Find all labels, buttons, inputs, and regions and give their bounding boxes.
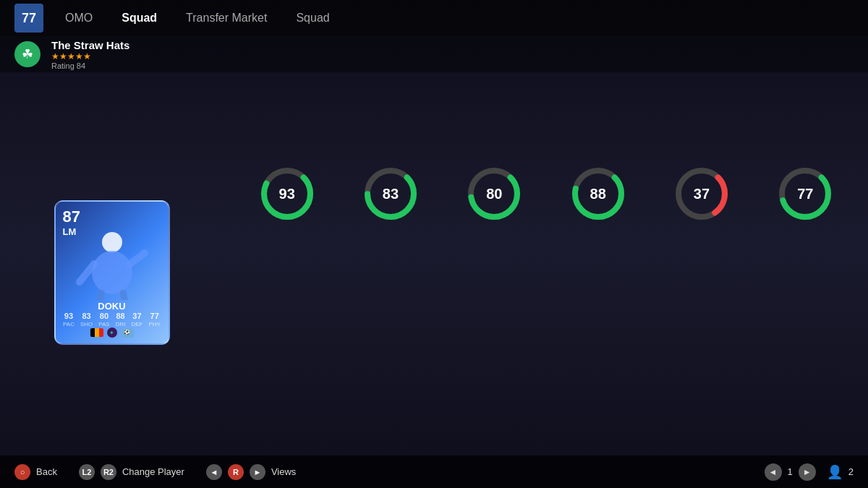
gauge-value-pace: 93 — [279, 186, 295, 202]
card-stat-phy: 77 PHY — [148, 312, 160, 328]
r2-icon: R2 — [101, 464, 116, 480]
card-flags: ✦ ⚽ — [90, 328, 134, 338]
page-next[interactable]: ► — [799, 463, 816, 481]
nav-logo: 77 — [14, 4, 43, 33]
nav-transfer[interactable]: Transfer Market — [186, 12, 267, 25]
player-count: 👤 2 — [827, 464, 854, 480]
svg-line-2 — [80, 264, 94, 282]
card-rating: 87 — [63, 207, 80, 226]
card-stat-pac: 93 PAC — [63, 312, 75, 328]
gauge-value-dribbling: 88 — [590, 186, 606, 202]
back-label: Back — [36, 466, 57, 477]
flag-man-city: ⚽ — [121, 328, 134, 338]
team-info: The Straw Hats ★★★★★ Rating 84 — [51, 39, 854, 70]
left-arrow-icon: ◄ — [206, 464, 222, 480]
person-icon: 👤 — [827, 464, 843, 480]
flag-belgium — [90, 328, 103, 337]
back-button[interactable]: ○ Back — [14, 464, 57, 480]
circle-icon: ○ — [14, 464, 30, 480]
gauge-pace: 93 — [258, 165, 316, 223]
team-name: The Straw Hats — [51, 39, 854, 51]
views-label: Views — [271, 466, 296, 477]
bottom-bar: ○ Back L2 R2 Change Player ◄ R ► Views ◄… — [0, 455, 868, 488]
team-stars: ★★★★★ — [51, 51, 854, 61]
card-stat-dri: 88 DRI — [116, 312, 126, 328]
card-name: Doku — [98, 301, 125, 312]
right-arrow-icon: ► — [250, 464, 265, 480]
r-circle-icon: R — [228, 464, 244, 480]
nav-items: OMO Squad Transfer Market Squad — [65, 12, 330, 25]
gauge-value-passing: 80 — [486, 186, 502, 202]
card-header: 87 LM — [63, 207, 176, 237]
card-stat-sho: 83 SHO — [80, 312, 93, 328]
team-bar: ☘ The Straw Hats ★★★★★ Rating 84 — [0, 36, 868, 72]
top-nav: 77 OMO Squad Transfer Market Squad — [0, 0, 868, 36]
card-player-image — [69, 227, 156, 301]
svg-line-3 — [130, 253, 145, 264]
gauge-value-shooting: 83 — [383, 186, 399, 202]
svg-line-4 — [98, 293, 101, 300]
gauge-dribbling: 88 — [569, 165, 627, 223]
l2-icon: L2 — [79, 464, 95, 480]
player-card: 87 LM Doku 93 PAC — [54, 200, 170, 345]
gauge-value-defending: 37 — [694, 186, 710, 202]
player-figure-svg — [76, 228, 148, 300]
gauge-value-physical: 77 — [797, 186, 813, 202]
bottom-right: ◄ 1 ► 👤 2 — [765, 463, 854, 481]
team-rating: Rating 84 — [51, 61, 854, 70]
gauge-defending: 37 — [673, 165, 731, 223]
svg-line-5 — [123, 293, 127, 300]
views-button[interactable]: ◄ R ► Views — [206, 464, 296, 480]
flag-premier-league: ✦ — [107, 328, 117, 338]
page-total: 2 — [848, 466, 854, 477]
pagination: ◄ 1 ► — [765, 463, 816, 481]
gauge-shooting: 83 — [362, 165, 420, 223]
svg-point-1 — [92, 251, 132, 294]
nav-omo[interactable]: OMO — [65, 12, 93, 25]
change-player-label: Change Player — [122, 466, 184, 477]
card-stat-pas: 80 PAS — [98, 312, 109, 328]
nav-squad[interactable]: Squad — [122, 12, 157, 25]
team-logo: ☘ — [14, 41, 41, 67]
card-stat-def: 37 DEF — [131, 312, 142, 328]
change-player-button[interactable]: L2 R2 Change Player — [79, 464, 184, 480]
card-position: LM — [63, 226, 77, 237]
nav-squad2[interactable]: Squad — [296, 12, 329, 25]
page-prev[interactable]: ◄ — [765, 463, 782, 481]
gauge-passing: 80 — [465, 165, 523, 223]
gauge-physical: 77 — [776, 165, 834, 223]
card-stats-row: 93 PAC 83 SHO 80 PAS 88 DRI 37 DEF — [63, 312, 161, 328]
page-current: 1 — [788, 466, 793, 477]
